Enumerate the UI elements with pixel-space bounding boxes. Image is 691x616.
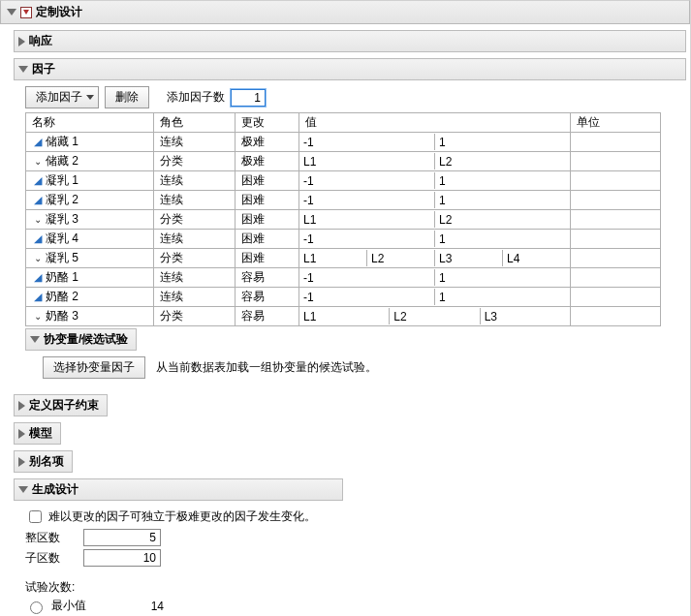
value-cell[interactable]: 1 — [435, 231, 570, 247]
factor-role[interactable]: 连续 — [154, 268, 236, 288]
factor-unit[interactable] — [571, 268, 661, 288]
table-row[interactable]: ⌄奶酪 3分类容易L1L2L3 — [26, 307, 661, 326]
factor-change[interactable]: 容易 — [236, 268, 299, 288]
factor-unit[interactable] — [571, 210, 661, 230]
factor-role[interactable]: 连续 — [154, 191, 236, 210]
custom-design-header[interactable]: 定制设计 — [0, 0, 690, 24]
factor-unit[interactable] — [571, 191, 661, 210]
factor-values[interactable]: L1L2L3L4 — [299, 249, 571, 268]
table-row[interactable]: ⌄储藏 2分类极难L1L2 — [26, 152, 661, 171]
factor-role[interactable]: 连续 — [154, 288, 236, 307]
factor-values[interactable]: -11 — [299, 171, 571, 191]
value-cell[interactable]: -1 — [299, 134, 435, 150]
value-cell[interactable]: -1 — [299, 289, 435, 305]
factor-change[interactable]: 困难 — [236, 249, 299, 268]
factor-values[interactable]: -11 — [299, 191, 571, 210]
select-covariate-button[interactable]: 选择协变量因子 — [43, 356, 145, 379]
factor-values[interactable]: -11 — [299, 268, 571, 288]
covariate-header[interactable]: 协变量/候选试验 — [25, 328, 137, 351]
factor-name: 储藏 2 — [46, 154, 79, 168]
factor-role[interactable]: 分类 — [154, 152, 236, 171]
table-row[interactable]: ◢奶酪 2连续容易-11 — [26, 288, 661, 307]
factor-change[interactable]: 容易 — [236, 307, 299, 326]
value-cell[interactable]: L2 — [435, 211, 570, 228]
alias-header[interactable]: 别名项 — [14, 450, 73, 473]
factor-unit[interactable] — [571, 249, 661, 268]
factor-values[interactable]: -11 — [299, 288, 571, 307]
factors-table[interactable]: 名称 角色 更改 值 单位 ◢储藏 1连续极难-11⌄储藏 2分类极难L1L2◢… — [25, 112, 661, 326]
factor-role[interactable]: 分类 — [154, 249, 236, 268]
col-role[interactable]: 角色 — [154, 113, 236, 133]
table-row[interactable]: ⌄凝乳 3分类困难L1L2 — [26, 210, 661, 230]
value-cell[interactable]: 1 — [435, 192, 570, 208]
add-factor-button[interactable]: 添加因子 — [25, 86, 99, 108]
factor-unit[interactable] — [571, 133, 661, 152]
factor-unit[interactable] — [571, 171, 661, 191]
factor-role[interactable]: 连续 — [154, 230, 236, 249]
factor-change[interactable]: 极难 — [236, 133, 299, 152]
factor-role[interactable]: 分类 — [154, 210, 236, 230]
table-row[interactable]: ◢凝乳 2连续困难-11 — [26, 191, 661, 210]
factor-unit[interactable] — [571, 307, 661, 326]
col-value[interactable]: 值 — [299, 113, 571, 133]
whole-plots-input[interactable] — [83, 529, 161, 546]
factor-unit[interactable] — [571, 288, 661, 307]
generate-header[interactable]: 生成设计 — [14, 478, 343, 501]
response-header[interactable]: 响应 — [14, 30, 686, 52]
factor-values[interactable]: -11 — [299, 133, 571, 152]
value-cell[interactable]: L1 — [299, 308, 390, 324]
factor-role[interactable]: 连续 — [154, 171, 236, 191]
value-cell[interactable]: -1 — [299, 269, 435, 286]
table-row[interactable]: ⌄凝乳 5分类困难L1L2L3L4 — [26, 249, 661, 268]
value-cell[interactable]: -1 — [299, 231, 435, 247]
value-cell[interactable]: L3 — [481, 308, 570, 324]
col-change[interactable]: 更改 — [236, 113, 299, 133]
runs-min-radio[interactable] — [30, 601, 43, 614]
model-header[interactable]: 模型 — [14, 422, 61, 445]
value-cell[interactable]: L2 — [390, 308, 480, 324]
table-row[interactable]: ◢凝乳 4连续困难-11 — [26, 230, 661, 249]
factor-values[interactable]: -11 — [299, 230, 571, 249]
alias-title: 别名项 — [29, 453, 64, 470]
factor-unit[interactable] — [571, 152, 661, 171]
value-cell[interactable]: L1 — [299, 250, 367, 266]
factor-role[interactable]: 连续 — [154, 133, 236, 152]
remove-factor-button[interactable]: 删除 — [105, 86, 149, 108]
factor-name: 奶酪 3 — [46, 309, 79, 323]
table-row[interactable]: ◢储藏 1连续极难-11 — [26, 133, 661, 152]
factor-unit[interactable] — [571, 230, 661, 249]
value-cell[interactable]: 1 — [435, 269, 570, 286]
table-row[interactable]: ◢凝乳 1连续困难-11 — [26, 171, 661, 191]
factor-change[interactable]: 困难 — [236, 191, 299, 210]
value-cell[interactable]: L2 — [435, 153, 570, 169]
value-cell[interactable]: 1 — [435, 289, 570, 305]
value-cell[interactable]: -1 — [299, 172, 435, 189]
factor-change[interactable]: 容易 — [236, 288, 299, 307]
value-cell[interactable]: L3 — [435, 250, 503, 266]
table-row[interactable]: ◢奶酪 1连续容易-11 — [26, 268, 661, 288]
sub-plots-input[interactable] — [83, 549, 161, 567]
hard-change-checkbox[interactable] — [29, 510, 42, 523]
factors-header[interactable]: 因子 — [14, 58, 686, 80]
value-cell[interactable]: 1 — [435, 172, 570, 189]
factor-role[interactable]: 分类 — [154, 307, 236, 326]
col-unit[interactable]: 单位 — [571, 113, 661, 133]
factor-change[interactable]: 困难 — [236, 230, 299, 249]
value-cell[interactable]: -1 — [299, 192, 435, 208]
factor-values[interactable]: L1L2 — [299, 210, 571, 230]
value-cell[interactable]: L4 — [503, 250, 570, 266]
define-constraints-header[interactable]: 定义因子约束 — [14, 394, 108, 416]
covariate-note: 从当前数据表加载一组协变量的候选试验。 — [156, 360, 377, 374]
col-name[interactable]: 名称 — [26, 113, 154, 133]
factor-change[interactable]: 困难 — [236, 210, 299, 230]
add-n-input[interactable] — [231, 89, 266, 107]
value-cell[interactable]: L1 — [299, 153, 435, 169]
value-cell[interactable]: L1 — [299, 211, 435, 228]
hotspot-icon[interactable] — [20, 7, 32, 18]
factor-change[interactable]: 困难 — [236, 171, 299, 191]
value-cell[interactable]: 1 — [435, 134, 570, 150]
factor-change[interactable]: 极难 — [236, 152, 299, 171]
factor-values[interactable]: L1L2L3 — [299, 307, 571, 326]
factor-values[interactable]: L1L2 — [299, 152, 571, 171]
value-cell[interactable]: L2 — [367, 250, 435, 266]
